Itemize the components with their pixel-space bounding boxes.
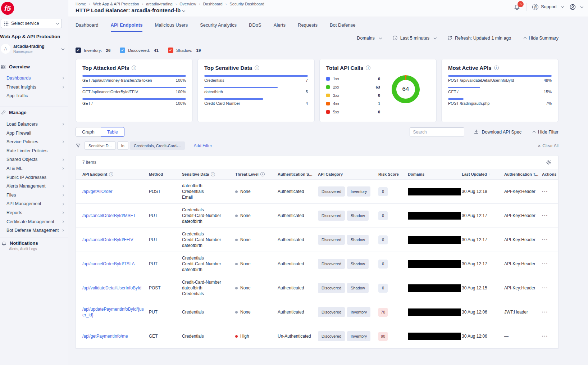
sidebar-item-rate-limiter-policies[interactable]: Rate Limiter Policies <box>0 147 68 156</box>
tab-requests[interactable]: Requests <box>298 22 318 32</box>
category-chip[interactable]: Discovered <box>318 235 345 245</box>
tab-alerts[interactable]: Alerts <box>274 22 286 32</box>
category-chip[interactable]: Discovered <box>318 283 345 293</box>
category-chip[interactable]: Discovered <box>318 331 345 341</box>
category-chip[interactable]: Discovered <box>318 259 345 269</box>
sidebar-item-files[interactable]: Files <box>0 191 68 200</box>
sidebar-item-app-traffic[interactable]: App Traffic <box>0 91 68 100</box>
table-view-button[interactable]: Table <box>101 127 124 137</box>
col-authentication-type[interactable]: Authentication T... <box>504 172 542 176</box>
hide-filter-toggle[interactable]: Hide Filter <box>531 130 559 135</box>
endpoint-link[interactable]: /api/cancelOrderById/FFIV <box>82 237 133 242</box>
info-icon[interactable] <box>132 66 136 70</box>
tab-ddos[interactable]: DDoS <box>249 22 261 32</box>
category-chip[interactable]: Discovered <box>318 307 345 317</box>
info-icon[interactable] <box>494 66 499 70</box>
info-icon[interactable] <box>255 66 259 70</box>
breadcrumb-namespace[interactable]: arcadia-trading <box>146 2 172 6</box>
tab-bot-defense[interactable]: Bot Defense <box>330 22 356 32</box>
breadcrumb-security-dashboard[interactable]: Security Dashboard <box>229 2 264 6</box>
inventory-checkbox[interactable]: Inventory:26 <box>76 48 110 53</box>
hide-summary-toggle[interactable]: Hide Summary <box>522 36 559 41</box>
category-chip[interactable]: Discovered <box>318 211 345 221</box>
row-actions-button[interactable] <box>542 238 548 243</box>
sidebar-item-bot-defense-management[interactable]: Bot Defense Management <box>0 226 68 235</box>
refresh-button[interactable]: Refresh: Updated 1 min ago <box>447 35 511 41</box>
breadcrumb-overview[interactable]: Overview <box>179 2 196 6</box>
breadcrumb-home[interactable]: Home <box>76 2 86 6</box>
filter-field-select[interactable]: Sensitive D... <box>85 141 116 150</box>
endpoint-link[interactable]: /api/validateDetailUserInfoById <box>82 285 141 290</box>
select-service-dropdown[interactable]: Select service <box>1 19 62 28</box>
col-method[interactable]: Method <box>149 172 182 176</box>
filter-operator-select[interactable]: In <box>117 141 128 150</box>
breadcrumb-dashboard[interactable]: Dashboard <box>203 2 223 6</box>
col-authentication-state[interactable]: Authentication S... <box>278 172 318 176</box>
tab-dashboard[interactable]: Dashboard <box>76 22 99 32</box>
sidebar-item-notifications[interactable]: Notifications Alerts, Audit Logs <box>0 240 68 251</box>
discovered-checkbox[interactable]: Discovered:41 <box>120 48 159 53</box>
category-chip[interactable]: Inventory <box>347 331 370 341</box>
endpoint-link[interactable]: /api/getAllOrder <box>82 189 112 194</box>
sidebar-item-public-ip-addresses[interactable]: Public IP Addresses <box>0 173 68 182</box>
category-chip[interactable]: Shadow <box>347 283 369 293</box>
sidebar-item-api-management[interactable]: API Management <box>0 199 68 208</box>
sidebar-item-certificate-management[interactable]: Certificate Management <box>0 217 68 226</box>
add-filter-button[interactable]: Add Filter <box>193 143 212 148</box>
info-icon[interactable] <box>366 66 370 70</box>
time-range-dropdown[interactable]: Last 5 minutes <box>392 35 436 41</box>
account-menu[interactable] <box>569 4 583 10</box>
row-actions-button[interactable] <box>542 213 548 218</box>
endpoint-link[interactable]: /api/updatePaymentInfoById/{user_id} <box>82 307 144 317</box>
col-domains[interactable]: Domains <box>408 172 462 176</box>
category-chip[interactable]: Shadow <box>347 211 369 221</box>
row-actions-button[interactable] <box>542 334 548 339</box>
row-actions-button[interactable] <box>542 310 548 315</box>
col-api-category[interactable]: API Category <box>318 172 378 176</box>
row-actions-button[interactable] <box>542 189 548 194</box>
graph-view-button[interactable]: Graph <box>76 127 101 137</box>
shadow-checkbox[interactable]: Shadow:19 <box>168 48 201 53</box>
tab-malicious-users[interactable]: Malicious Users <box>155 22 188 32</box>
table-settings-button[interactable] <box>546 159 552 165</box>
row-actions-button[interactable] <box>542 262 548 267</box>
download-api-spec-button[interactable]: Download API Spec <box>474 129 522 135</box>
sidebar-item-dashboards[interactable]: Dashboards <box>0 74 68 83</box>
sidebar-item-ai-ml[interactable]: AI & ML <box>0 164 68 173</box>
col-api-endpoint[interactable]: API Endpoint <box>82 172 149 176</box>
category-chip[interactable]: Inventory <box>347 186 370 197</box>
sidebar-item-load-balancers[interactable]: Load Balancers <box>0 120 68 129</box>
col-last-updated[interactable]: Last Updated <box>462 172 504 176</box>
clear-all-button[interactable]: Clear All <box>538 143 559 149</box>
category-chip[interactable]: Inventory <box>347 307 370 317</box>
f5-logo[interactable]: f5 <box>1 2 14 15</box>
row-actions-button[interactable] <box>542 286 548 291</box>
breadcrumb-waap[interactable]: Web App & API Protection <box>93 2 139 6</box>
category-chip[interactable]: Shadow <box>347 259 369 269</box>
page-title[interactable]: HTTP Load Balancer: arcadia-frontend-lb <box>76 7 264 13</box>
col-threat-level[interactable]: Threat Level <box>235 172 278 176</box>
namespace-selector[interactable]: A arcadia-trading Namespace <box>1 44 68 54</box>
sidebar-item-service-policies[interactable]: Service Policies <box>0 138 68 147</box>
info-icon[interactable] <box>109 172 113 176</box>
category-chip[interactable]: Shadow <box>347 235 369 245</box>
category-chip[interactable]: Discovered <box>318 186 345 197</box>
tab-api-endpoints[interactable]: API Endpoints <box>111 22 143 32</box>
search-input[interactable] <box>410 127 464 136</box>
domains-dropdown[interactable]: Domains <box>357 36 381 41</box>
endpoint-link[interactable]: /api/getPaymentInfo/me <box>82 334 128 339</box>
endpoint-link[interactable]: /api/cancelOrderById/TSLA <box>82 261 135 266</box>
col-risk-score[interactable]: Risk Score <box>378 172 408 176</box>
tab-security-analytics[interactable]: Security Analytics <box>200 22 237 32</box>
sidebar-item-shared-objects[interactable]: Shared Objects <box>0 155 68 164</box>
sidebar-item-alerts-management[interactable]: Alerts Management <box>0 182 68 191</box>
info-icon[interactable] <box>211 172 215 176</box>
col-sensitive-data[interactable]: Sensitive Data <box>182 172 235 176</box>
endpoint-link[interactable]: /api/cancelOrderById/MSFT <box>82 213 136 218</box>
info-icon[interactable] <box>260 172 265 176</box>
sidebar-item-app-firewall[interactable]: App Firewall <box>0 129 68 138</box>
sidebar-item-threat-insights[interactable]: Threat Insights <box>0 83 68 92</box>
sidebar-item-reports[interactable]: Reports <box>0 208 68 217</box>
notifications-bell-button[interactable]: 5 <box>514 4 520 10</box>
support-menu[interactable]: Support <box>532 4 564 10</box>
